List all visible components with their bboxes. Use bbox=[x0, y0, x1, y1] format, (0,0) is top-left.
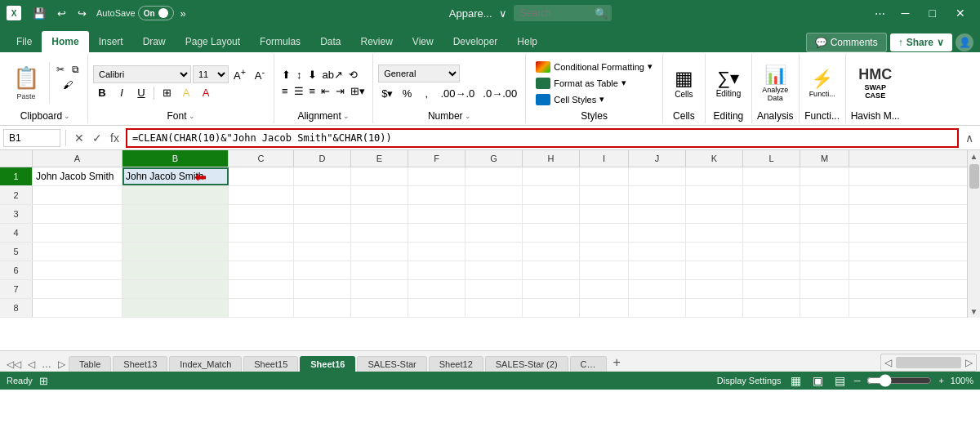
cell-K1[interactable] bbox=[686, 167, 743, 185]
col-header-J[interactable]: J bbox=[629, 150, 686, 167]
cell-F6[interactable] bbox=[408, 261, 466, 279]
cell-H6[interactable] bbox=[523, 261, 580, 279]
font-name-select[interactable]: Calibri bbox=[93, 65, 191, 83]
cell-F2[interactable] bbox=[408, 186, 466, 204]
cell-F1[interactable] bbox=[408, 167, 466, 185]
scroll-sheets-right[interactable]: ▷ bbox=[962, 354, 976, 371]
undo-button[interactable]: ↩ bbox=[52, 5, 71, 22]
cell-D1[interactable] bbox=[294, 167, 351, 185]
cell-K7[interactable] bbox=[686, 280, 743, 298]
cell-H2[interactable] bbox=[523, 186, 580, 204]
insert-function-button[interactable]: fx bbox=[107, 131, 122, 145]
cell-L2[interactable] bbox=[743, 186, 800, 204]
cancel-formula-button[interactable]: ✕ bbox=[71, 131, 87, 145]
sheet-tab-sheet15[interactable]: Sheet15 bbox=[243, 356, 298, 372]
col-header-L[interactable]: L bbox=[743, 150, 800, 167]
cell-E6[interactable] bbox=[351, 261, 408, 279]
cell-L5[interactable] bbox=[743, 243, 800, 261]
col-header-C[interactable]: C bbox=[229, 150, 294, 167]
cell-D8[interactable] bbox=[294, 299, 351, 317]
cell-E8[interactable] bbox=[351, 299, 408, 317]
scroll-up-arrow[interactable]: ▲ bbox=[969, 150, 980, 163]
currency-button[interactable]: $▾ bbox=[378, 85, 396, 101]
copy-button[interactable]: ⧉ bbox=[69, 62, 82, 77]
swap-case-button[interactable]: HMC SWAPCASE bbox=[853, 63, 897, 103]
scroll-thumb[interactable] bbox=[969, 164, 979, 189]
increase-indent-button[interactable]: ⇥ bbox=[333, 83, 347, 99]
cell-K2[interactable] bbox=[686, 186, 743, 204]
row-num-5[interactable]: 5 bbox=[0, 243, 33, 261]
align-top-button[interactable]: ⬆ bbox=[279, 67, 293, 82]
zoom-slider[interactable] bbox=[866, 374, 932, 387]
number-format-select[interactable]: General bbox=[378, 65, 460, 82]
comments-button[interactable]: 💬 Comments bbox=[806, 33, 887, 52]
col-header-H[interactable]: H bbox=[523, 150, 580, 167]
cell-H4[interactable] bbox=[523, 224, 580, 242]
cell-F3[interactable] bbox=[408, 205, 466, 223]
col-header-G[interactable]: G bbox=[466, 150, 523, 167]
tab-formulas[interactable]: Formulas bbox=[250, 31, 310, 52]
cell-D4[interactable] bbox=[294, 224, 351, 242]
font-color-button[interactable]: A bbox=[197, 85, 215, 101]
italic-button[interactable]: I bbox=[113, 85, 131, 101]
scroll-down-arrow[interactable]: ▼ bbox=[969, 305, 980, 318]
cell-G5[interactable] bbox=[466, 243, 523, 261]
increase-font-button[interactable]: A+ bbox=[230, 66, 249, 82]
normal-view-button[interactable]: ▦ bbox=[788, 374, 804, 387]
cell-C8[interactable] bbox=[229, 299, 294, 317]
scroll-sheets-left[interactable]: ◁ bbox=[881, 354, 895, 371]
font-size-select[interactable]: 11 bbox=[193, 65, 229, 83]
cell-F5[interactable] bbox=[408, 243, 466, 261]
cell-M5[interactable] bbox=[800, 243, 849, 261]
cell-G2[interactable] bbox=[466, 186, 523, 204]
cell-B1[interactable]: John Jacob Smith bbox=[122, 167, 229, 185]
increase-decimal-button[interactable]: .0→.00 bbox=[479, 85, 520, 101]
cell-J4[interactable] bbox=[629, 224, 686, 242]
cell-A6[interactable] bbox=[33, 261, 122, 279]
alignment-expand-icon[interactable]: ⌄ bbox=[343, 112, 350, 120]
ribbon-display-button[interactable]: ⋯ bbox=[870, 5, 890, 22]
cell-I8[interactable] bbox=[580, 299, 629, 317]
cell-B8[interactable] bbox=[122, 299, 229, 317]
page-break-view-button[interactable]: ▤ bbox=[832, 374, 848, 387]
cell-C5[interactable] bbox=[229, 243, 294, 261]
align-right-button[interactable]: ≡ bbox=[307, 83, 318, 99]
redo-button[interactable]: ↪ bbox=[73, 5, 91, 22]
cell-B5[interactable] bbox=[122, 243, 229, 261]
tab-draw[interactable]: Draw bbox=[133, 31, 176, 52]
cell-K6[interactable] bbox=[686, 261, 743, 279]
cell-E5[interactable] bbox=[351, 243, 408, 261]
conditional-formatting-button[interactable]: Conditional Formatting ▾ bbox=[531, 60, 657, 74]
cell-I7[interactable] bbox=[580, 280, 629, 298]
cell-M2[interactable] bbox=[800, 186, 849, 204]
tab-home[interactable]: Home bbox=[42, 31, 88, 52]
close-button[interactable]: ✕ bbox=[947, 3, 973, 23]
cell-G3[interactable] bbox=[466, 205, 523, 223]
cell-E1[interactable] bbox=[351, 167, 408, 185]
cell-F8[interactable] bbox=[408, 299, 466, 317]
row-num-4[interactable]: 4 bbox=[0, 224, 33, 242]
row-num-8[interactable]: 8 bbox=[0, 299, 33, 317]
sheet-nav-first[interactable]: ◁◁ bbox=[3, 357, 24, 372]
cell-E4[interactable] bbox=[351, 224, 408, 242]
merge-center-button[interactable]: ⊞▾ bbox=[348, 83, 368, 99]
display-settings-label[interactable]: Display Settings bbox=[717, 376, 782, 385]
number-expand-icon[interactable]: ⌄ bbox=[465, 112, 471, 120]
row-num-7[interactable]: 7 bbox=[0, 280, 33, 298]
decrease-decimal-button[interactable]: .00→.0 bbox=[437, 85, 478, 101]
cell-D3[interactable] bbox=[294, 205, 351, 223]
cell-H3[interactable] bbox=[523, 205, 580, 223]
sheet-tab-sheet16[interactable]: Sheet16 bbox=[300, 356, 355, 372]
cell-C4[interactable] bbox=[229, 224, 294, 242]
bold-button[interactable]: B bbox=[93, 85, 111, 101]
cell-A8[interactable] bbox=[33, 299, 122, 317]
format-painter-button[interactable]: 🖌 bbox=[53, 78, 82, 92]
cell-M7[interactable] bbox=[800, 280, 849, 298]
decrease-font-button[interactable]: A- bbox=[251, 66, 269, 82]
minimize-button[interactable]: ─ bbox=[893, 3, 918, 23]
cell-C2[interactable] bbox=[229, 186, 294, 204]
cut-button[interactable]: ✂ bbox=[53, 62, 68, 77]
underline-button[interactable]: U bbox=[132, 85, 150, 101]
sheet-tab-c-dots[interactable]: C… bbox=[570, 356, 607, 372]
cell-B3[interactable] bbox=[122, 205, 229, 223]
